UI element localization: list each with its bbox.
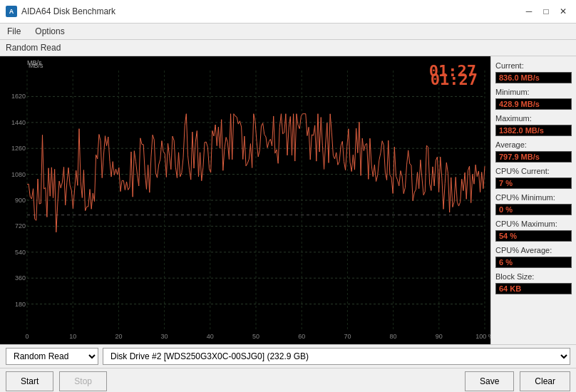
cpu-current-value: 7 % [495, 177, 572, 189]
average-label: Average: [495, 140, 572, 149]
block-size-value: 64 KB [495, 283, 572, 294]
minimize-button[interactable]: ─ [522, 4, 536, 19]
cpu-maximum-label: CPU% Maximum: [495, 220, 572, 228]
current-value: 836.0 MB/s [495, 72, 572, 83]
clear-button[interactable]: Clear [520, 371, 570, 391]
unit-label: MB/s [27, 59, 42, 66]
menu-bar: File Options [0, 24, 576, 40]
cpu-average-value: 6 % [495, 257, 572, 268]
title-bar-left: A AIDA64 Disk Benchmark [6, 6, 115, 17]
menu-file[interactable]: File [3, 25, 25, 38]
minimum-label: Minimum: [495, 88, 572, 96]
cpu-current-label: CPU% Current: [495, 167, 572, 175]
app-icon: A [6, 6, 17, 17]
average-value: 797.9 MB/s [495, 151, 572, 163]
drive-dropdown[interactable]: Disk Drive #2 [WDS250G3X0C-00SJG0] (232.… [103, 348, 570, 365]
minimum-value: 428.9 MB/s [495, 98, 572, 110]
main-content: MB/s 01:27 Current: 836.0 MB/s Minimum: … [0, 56, 576, 344]
mode-dropdown[interactable]: Random Read Sequential Read Random Write… [6, 348, 98, 365]
current-label: Current: [495, 61, 572, 70]
title-controls[interactable]: ─ □ ✕ [522, 4, 570, 19]
cpu-minimum-value: 0 % [495, 204, 572, 215]
action-bar: Start Stop Save Clear [0, 368, 576, 392]
block-size-label: Block Size: [495, 272, 572, 281]
chart-label: Random Read [0, 40, 576, 56]
timer-display: 01:27 [429, 62, 476, 80]
bottom-controls: Random Read Sequential Read Random Write… [0, 344, 576, 368]
menu-options[interactable]: Options [31, 25, 68, 38]
cpu-minimum-label: CPU% Minimum: [495, 193, 572, 202]
cpu-average-label: CPU% Average: [495, 246, 572, 254]
stop-button[interactable]: Stop [59, 371, 107, 391]
maximize-button[interactable]: □ [539, 4, 553, 19]
start-button[interactable]: Start [6, 371, 53, 391]
title-bar: A AIDA64 Disk Benchmark ─ □ ✕ [0, 0, 576, 24]
save-button[interactable]: Save [465, 371, 514, 391]
sidebar: Current: 836.0 MB/s Minimum: 428.9 MB/s … [490, 56, 576, 344]
chart-area: MB/s 01:27 [0, 56, 490, 344]
maximum-value: 1382.0 MB/s [495, 125, 572, 136]
close-button[interactable]: ✕ [556, 4, 570, 19]
cpu-maximum-value: 54 % [495, 230, 572, 242]
maximum-label: Maximum: [495, 114, 572, 123]
window-title: AIDA64 Disk Benchmark [21, 6, 115, 16]
